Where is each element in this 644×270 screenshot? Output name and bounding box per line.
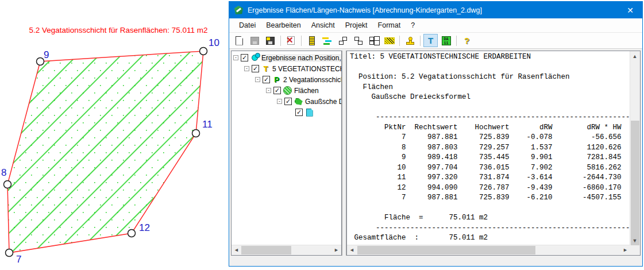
- vertex-marker-11[interactable]: [192, 130, 200, 137]
- point-label-10: 10: [209, 37, 219, 48]
- list-gantt-icon: [322, 37, 332, 45]
- tree-horizontal-scrollbar[interactable]: ◄ ►: [232, 245, 341, 255]
- scroll-right-icon[interactable]: ►: [620, 245, 630, 254]
- scroll-left-icon[interactable]: ◄: [232, 245, 241, 254]
- doc-cyan-icon: [304, 108, 314, 117]
- letter-t-icon: T: [261, 64, 271, 74]
- vertex-marker-10[interactable]: [200, 48, 207, 55]
- gauss-icon: [294, 97, 303, 106]
- delete-report-button[interactable]: [284, 34, 298, 47]
- list-stack-button[interactable]: [304, 34, 319, 47]
- screenshot-stage: 7891011125.2 Vegatationsschicht für Rase…: [0, 0, 644, 270]
- panel-splitter[interactable]: [342, 51, 346, 256]
- toolbar-separator: [456, 36, 457, 46]
- da11-view-button[interactable]: DA11: [439, 34, 453, 47]
- vertex-marker-9[interactable]: [37, 58, 44, 65]
- tree-checkbox[interactable]: ✓: [263, 76, 270, 83]
- status-bar: [229, 257, 642, 266]
- result-tree: -✓Ergebnisse nach Position, Lä-✓T5 VEGET…: [232, 51, 341, 245]
- scrollbar-corner: [630, 245, 640, 255]
- tiles-2-button[interactable]: [351, 34, 365, 47]
- report-vertical-scrollbar[interactable]: ▲ ▼: [630, 51, 640, 245]
- tree-item-gau-sche-dr[interactable]: -✓Gaußsche Dr: [232, 96, 341, 107]
- tiles-1-button[interactable]: [336, 34, 350, 47]
- tiles-3-button[interactable]: [367, 34, 381, 47]
- scroll-down-icon[interactable]: ▼: [630, 236, 639, 245]
- scroll-track[interactable]: [630, 61, 640, 236]
- scroll-left-icon[interactable]: ◄: [347, 245, 357, 254]
- help-button[interactable]: ?: [460, 34, 474, 47]
- tree-checkbox[interactable]: ✓: [284, 98, 292, 105]
- list-gantt-button[interactable]: [320, 34, 334, 47]
- report-text: Titel: 5 VEGETATIONSTECHNISCHE ERDARBEIT…: [347, 51, 630, 245]
- new-document-icon: [236, 36, 243, 45]
- tree-item-fl-chen[interactable]: -✓Flächen: [232, 85, 341, 96]
- tree-checkbox[interactable]: ✓: [295, 109, 303, 116]
- scroll-track[interactable]: [241, 245, 331, 255]
- tree-checkbox[interactable]: ✓: [241, 54, 248, 61]
- vertex-marker-7[interactable]: [6, 249, 13, 257]
- collapse-icon[interactable]: -: [277, 99, 282, 104]
- collapse-icon[interactable]: -: [244, 66, 249, 71]
- text-view-button[interactable]: T: [423, 34, 438, 47]
- vertex-marker-12[interactable]: [128, 230, 136, 237]
- app-window: Ergebnisse Flächen/Längen-Nachweis [Abre…: [229, 1, 643, 267]
- title-bar[interactable]: Ergebnisse Flächen/Längen-Nachweis [Abre…: [229, 2, 642, 18]
- report-panel: Titel: 5 VEGETATIONSTECHNISCHE ERDARBEIT…: [346, 51, 641, 256]
- point-label-8: 8: [1, 167, 6, 178]
- report-horizontal-scrollbar[interactable]: ◄ ►: [347, 245, 630, 255]
- menu-ansicht[interactable]: Ansicht: [306, 19, 340, 32]
- toolbar-separator: [399, 36, 400, 46]
- text-view-icon: T: [428, 36, 433, 45]
- toolbar: TDA11?: [229, 33, 642, 49]
- menu-datei[interactable]: Datei: [234, 19, 261, 32]
- tiles-1-icon: [338, 37, 348, 45]
- scroll-up-icon[interactable]: ▲: [630, 51, 639, 61]
- menu-bearbeiten[interactable]: Bearbeiten: [261, 19, 306, 32]
- tiles-3-icon: [369, 37, 379, 45]
- new-document-button[interactable]: [232, 34, 246, 47]
- menu-item[interactable]: ?: [406, 19, 420, 32]
- da11-view-icon: DA11: [442, 36, 451, 45]
- save-button[interactable]: [248, 34, 262, 47]
- tree-checkbox[interactable]: ✓: [252, 65, 259, 72]
- point-label-9: 9: [44, 49, 49, 60]
- scroll-thumb[interactable]: [241, 246, 291, 254]
- drawing-caption: 5.2 Vegatationsschicht für Rasenflächen:…: [29, 26, 207, 34]
- toolbar-separator: [301, 36, 302, 46]
- tree-item-item[interactable]: ✓: [232, 107, 341, 118]
- scroll-track[interactable]: [357, 245, 620, 255]
- close-icon[interactable]: ✕: [618, 2, 642, 18]
- area-plot: 7891011125.2 Vegatationsschicht für Rase…: [0, 0, 229, 270]
- hatch-area-icon: [384, 37, 395, 44]
- tree-item-label: 5 VEGETATIONSTECHN: [272, 65, 341, 73]
- tree-item-label: 2 Vegatationsschicht: [283, 76, 341, 84]
- tree-item-ergebnisse-nach-position-l[interactable]: -✓Ergebnisse nach Position, Lä: [232, 52, 341, 63]
- window-body: -✓Ergebnisse nach Position, Lä-✓T5 VEGET…: [229, 49, 642, 257]
- binoculars-icon: [250, 53, 260, 63]
- menu-format[interactable]: Format: [373, 19, 406, 32]
- tree-item-5-vegetationstechn[interactable]: -✓T5 VEGETATIONSTECHN: [232, 63, 341, 74]
- tree-panel: -✓Ergebnisse nach Position, Lä-✓T5 VEGET…: [231, 51, 342, 256]
- scroll-right-icon[interactable]: ►: [331, 245, 341, 254]
- tree-item-label: Gaußsche Dr: [305, 98, 341, 106]
- collapse-icon[interactable]: -: [233, 55, 238, 60]
- stamp-icon: [406, 42, 414, 45]
- scroll-thumb[interactable]: [357, 246, 535, 254]
- collapse-icon[interactable]: -: [266, 88, 271, 93]
- toolbar-separator: [420, 36, 421, 46]
- stamp-button[interactable]: [403, 34, 417, 47]
- scroll-thumb[interactable]: [631, 121, 639, 246]
- hatch-area-button[interactable]: [382, 34, 396, 47]
- vertex-marker-8[interactable]: [4, 181, 11, 188]
- drawing-canvas[interactable]: 7891011125.2 Vegatationsschicht für Rase…: [0, 0, 229, 270]
- save-as-button[interactable]: [263, 34, 277, 47]
- area-hatch-icon: [283, 86, 292, 95]
- list-stack-icon: [309, 36, 315, 45]
- menu-projekt[interactable]: Projekt: [340, 19, 373, 32]
- tree-item-2-vegatationsschicht[interactable]: -✓P2 Vegatationsschicht: [232, 74, 341, 85]
- collapse-icon[interactable]: -: [255, 77, 260, 82]
- tree-item-label: Flächen: [294, 87, 319, 95]
- tree-checkbox[interactable]: ✓: [273, 87, 281, 94]
- tree-item-label: Ergebnisse nach Position, Lä: [261, 54, 341, 62]
